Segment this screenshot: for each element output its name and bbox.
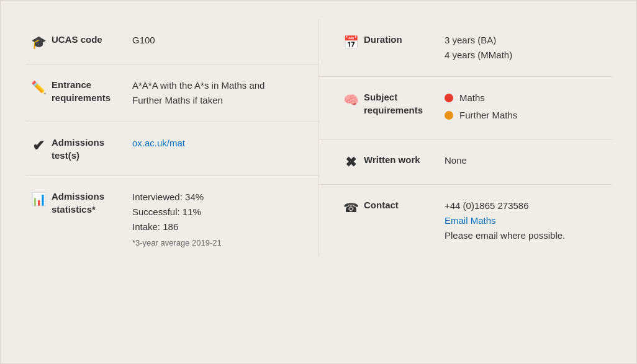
check-icon — [25, 136, 52, 154]
duration-value: 3 years (BA) 4 years (MMath) — [445, 33, 605, 63]
x-icon — [338, 153, 364, 171]
mat-link[interactable]: ox.ac.uk/mat — [132, 138, 185, 148]
contact-phone: +44 (0)1865 273586 — [445, 198, 605, 213]
left-column: UCAS code G100 Entrancerequirements A*A*… — [25, 19, 318, 264]
written-work-value: None — [445, 153, 605, 168]
entrance-label: Entrancerequirements — [52, 78, 132, 104]
row-duration: Duration 3 years (BA) 4 years (MMath) — [318, 19, 612, 77]
brain-icon — [338, 91, 364, 108]
contact-label: Contact — [364, 198, 445, 211]
row-subject-req: Subjectrequirements Maths Further Maths — [318, 77, 612, 140]
email-maths-link[interactable]: Email Maths — [445, 215, 496, 226]
pencil-icon — [25, 78, 52, 95]
contact-value: +44 (0)1865 273586 Email Maths Please em… — [445, 198, 605, 243]
entrance-value: A*A*A with the A*s in Maths and Further … — [132, 78, 294, 108]
row-contact: Contact +44 (0)1865 273586 Email Maths P… — [318, 185, 612, 257]
maths-dot — [445, 94, 453, 102]
row-admissions-test: Admissionstest(s) ox.ac.uk/mat — [25, 122, 318, 176]
calendar-icon — [338, 33, 364, 50]
admissions-test-value: ox.ac.uk/mat — [132, 136, 294, 151]
subject-req-value: Maths Further Maths — [445, 91, 605, 125]
admissions-stats-value: Interviewed: 34% Successful: 11% Intake:… — [132, 190, 294, 250]
admissions-stats-label: Admissionsstatistics* — [52, 190, 132, 216]
written-work-label: Written work — [364, 153, 445, 166]
row-admissions-stats: Admissionsstatistics* Interviewed: 34% S… — [25, 176, 318, 264]
subject-req-label: Subjectrequirements — [364, 91, 445, 117]
chart-icon — [25, 190, 52, 207]
contact-note: Please email where possible. — [445, 228, 605, 243]
right-column: Duration 3 years (BA) 4 years (MMath) Su… — [318, 19, 612, 264]
subject-further-maths: Further Maths — [445, 108, 605, 123]
phone-icon — [338, 198, 364, 216]
ucas-label: UCAS code — [52, 33, 132, 46]
row-ucas: UCAS code G100 — [25, 19, 318, 64]
stats-footnote: *3-year average 2019-21 — [132, 237, 294, 250]
info-grid: UCAS code G100 Entrancerequirements A*A*… — [25, 19, 612, 264]
admissions-test-label: Admissionstest(s) — [52, 136, 132, 162]
graduation-icon — [25, 33, 52, 50]
info-card: UCAS code G100 Entrancerequirements A*A*… — [0, 0, 637, 364]
ucas-value: G100 — [132, 33, 294, 48]
row-entrance: Entrancerequirements A*A*A with the A*s … — [25, 64, 318, 122]
further-maths-dot — [445, 111, 453, 120]
subject-maths: Maths — [445, 91, 605, 105]
row-written-work: Written work None — [318, 140, 612, 185]
duration-label: Duration — [364, 33, 445, 46]
